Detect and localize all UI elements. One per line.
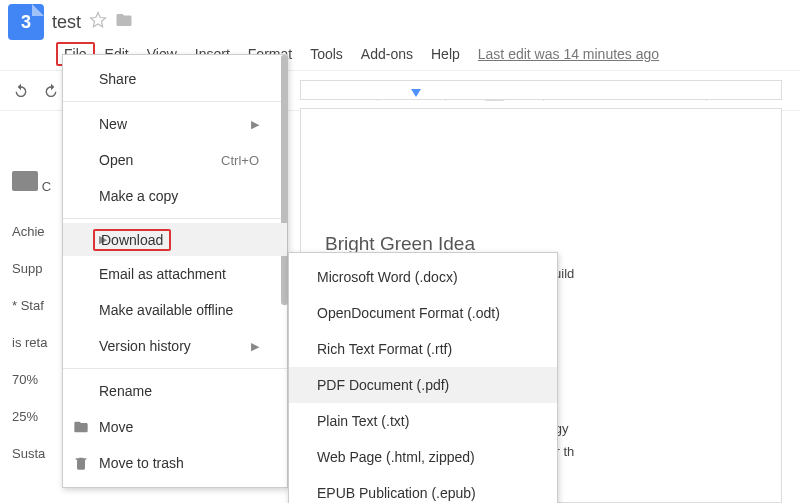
menu-tools[interactable]: Tools bbox=[302, 42, 351, 66]
outline-item[interactable]: 25% bbox=[12, 409, 52, 424]
outline-item[interactable]: 70% bbox=[12, 372, 52, 387]
file-menu-rename[interactable]: Rename bbox=[63, 373, 287, 409]
outline-item[interactable]: * Staf bbox=[12, 298, 52, 313]
outline-item[interactable]: Achie bbox=[12, 224, 52, 239]
move-folder-icon[interactable] bbox=[115, 11, 133, 33]
last-edit-link[interactable]: Last edit was 14 minutes ago bbox=[478, 46, 659, 62]
file-menu-download[interactable]: Download▶ bbox=[63, 223, 287, 256]
file-menu-make-available-offline[interactable]: Make available offline bbox=[63, 292, 287, 328]
file-menu-dropdown: ShareNew▶OpenCtrl+OMake a copyDownload▶E… bbox=[62, 54, 288, 488]
file-menu-email-as-attachment[interactable]: Email as attachment bbox=[63, 256, 287, 292]
outline-panel: C Achie Supp * Staf is reta 70% 25% Sust… bbox=[0, 111, 60, 483]
download-option[interactable]: EPUB Publication (.epub) bbox=[289, 475, 557, 503]
indent-marker-icon[interactable] bbox=[411, 89, 421, 97]
ruler[interactable] bbox=[300, 80, 782, 100]
file-menu-new[interactable]: New▶ bbox=[63, 106, 287, 142]
document-title[interactable]: test bbox=[52, 12, 81, 33]
outline-thumb-icon bbox=[12, 171, 38, 191]
menu-help[interactable]: Help bbox=[423, 42, 468, 66]
file-menu-version-history[interactable]: Version history▶ bbox=[63, 328, 287, 364]
download-option[interactable]: Microsoft Word (.docx) bbox=[289, 259, 557, 295]
download-option[interactable]: Web Page (.html, zipped) bbox=[289, 439, 557, 475]
download-submenu: Microsoft Word (.docx)OpenDocument Forma… bbox=[288, 252, 558, 503]
download-option[interactable]: PDF Document (.pdf) bbox=[289, 367, 557, 403]
file-menu-share[interactable]: Share bbox=[63, 61, 287, 97]
undo-button[interactable] bbox=[8, 78, 34, 104]
download-option[interactable]: OpenDocument Format (.odt) bbox=[289, 295, 557, 331]
file-menu-open[interactable]: OpenCtrl+O bbox=[63, 142, 287, 178]
menu-addons[interactable]: Add-ons bbox=[353, 42, 421, 66]
redo-button[interactable] bbox=[38, 78, 64, 104]
file-menu-move[interactable]: Move bbox=[63, 409, 287, 445]
download-option[interactable]: Rich Text Format (.rtf) bbox=[289, 331, 557, 367]
star-icon[interactable] bbox=[89, 11, 107, 33]
download-option[interactable]: Plain Text (.txt) bbox=[289, 403, 557, 439]
outline-item[interactable]: is reta bbox=[12, 335, 52, 350]
file-menu-make-a-copy[interactable]: Make a copy bbox=[63, 178, 287, 214]
docs-app-icon[interactable]: 3 bbox=[8, 4, 44, 40]
outline-item[interactable]: C bbox=[42, 179, 51, 194]
outline-item[interactable]: Supp bbox=[12, 261, 52, 276]
file-menu-move-to-trash[interactable]: Move to trash bbox=[63, 445, 287, 481]
outline-item[interactable]: Susta bbox=[12, 446, 52, 461]
